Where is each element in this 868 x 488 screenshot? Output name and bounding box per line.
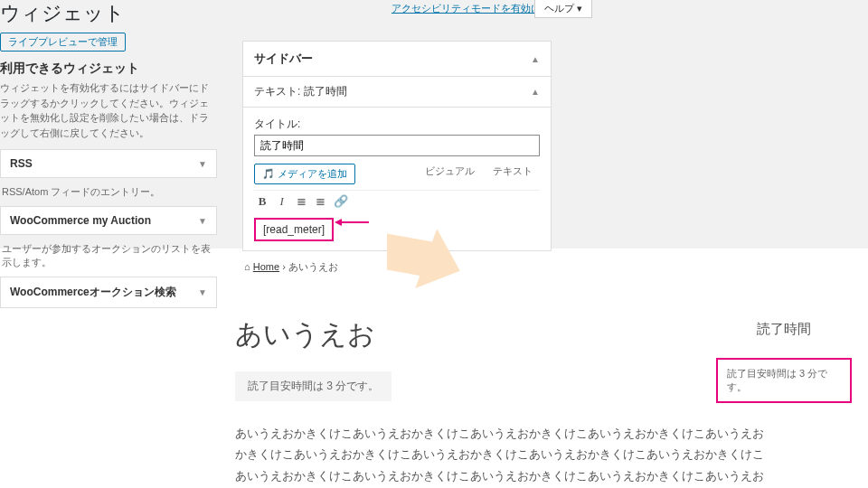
page-title: ウィジェット [0, 0, 125, 27]
tab-visual[interactable]: ビジュアル [418, 163, 482, 179]
chevron-down-icon: ▼ [198, 216, 207, 226]
title-field-label: タイトル: [254, 117, 540, 132]
breadcrumb-home[interactable]: Home [253, 261, 279, 272]
bold-icon[interactable]: B [254, 194, 270, 209]
tab-text[interactable]: テキスト [486, 163, 540, 179]
add-media-button[interactable]: 🎵 メディアを追加 [254, 164, 355, 184]
widget-label: WooCommerce my Auction [10, 214, 151, 227]
shortcode-highlight[interactable]: [read_meter] [254, 218, 334, 241]
widget-item-wc-auction[interactable]: WooCommerce my Auction ▼ [0, 206, 217, 235]
widget-desc: ユーザーが参加するオークションのリストを表示します。 [0, 235, 217, 277]
widget-item-rss[interactable]: RSS ▼ [0, 149, 217, 178]
sidebar-widget-highlight: 読了目安時間は 3 分です。 [716, 358, 852, 403]
ol-icon[interactable]: ≣ [313, 194, 329, 209]
chevron-down-icon: ▼ [198, 287, 207, 297]
italic-icon[interactable]: I [274, 194, 290, 209]
widget-instance-header[interactable]: テキスト: 読了時間 ▲ [243, 77, 551, 108]
widget-label: WooCommerceオークション検索 [10, 285, 176, 300]
sidebar-widget-title: 読了時間 [716, 321, 852, 338]
help-tab[interactable]: ヘルプ ▾ [534, 0, 592, 18]
live-preview-button[interactable]: ライブプレビューで管理 [0, 33, 126, 52]
sidebar-panel-header[interactable]: サイドバー ▲ [243, 42, 551, 77]
available-widgets-desc: ウィジェットを有効化するにはサイドバーにドラッグするかクリックしてください。ウィ… [0, 80, 217, 140]
breadcrumb-current: あいうえお [288, 261, 338, 272]
read-time-estimate: 読了目安時間は 3 分です。 [235, 371, 392, 401]
post-body: あいうえおかきくけこあいうえおかきくけこあいうえおかきくけこあいうえおかきくけこ… [235, 423, 773, 488]
editor-toolbar: B I ≣ ≣ 🔗 [254, 190, 540, 212]
breadcrumb: ⌂ Home › あいうえお [244, 260, 338, 274]
chevron-up-icon: ▲ [531, 54, 540, 64]
chevron-up-icon: ▲ [531, 87, 540, 97]
link-icon[interactable]: 🔗 [333, 194, 349, 209]
sidebar-widget-preview: 読了時間 読了目安時間は 3 分です。 [716, 321, 852, 403]
widget-title-input[interactable] [254, 135, 540, 156]
widget-instance-label: テキスト: 読了時間 [254, 84, 347, 99]
home-icon: ⌂ [244, 261, 250, 272]
sidebar-panel: サイドバー ▲ テキスト: 読了時間 ▲ タイトル: 🎵 メディアを追加 ビジュ… [242, 41, 552, 251]
widget-label: RSS [10, 157, 33, 170]
ul-icon[interactable]: ≣ [293, 194, 309, 209]
annotation-arrow-large [380, 229, 470, 301]
available-widgets-heading: 利用できるウィジェット [0, 61, 217, 77]
widget-item-wc-auction-search[interactable]: WooCommerceオークション検索 ▼ [0, 277, 217, 308]
sidebar-panel-title: サイドバー [254, 51, 313, 67]
annotation-arrow-small [335, 214, 369, 228]
widget-desc: RSS/Atom フィードのエントリー。 [0, 178, 217, 206]
chevron-down-icon: ▼ [198, 159, 207, 169]
